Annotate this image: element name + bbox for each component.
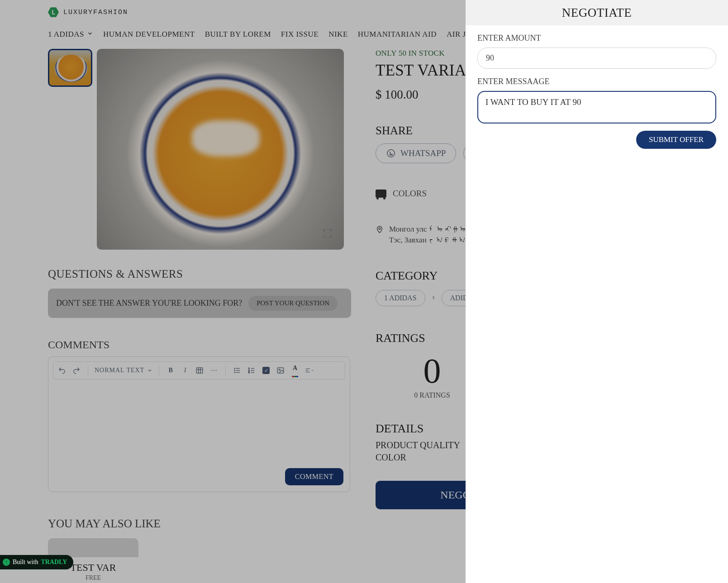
panel-title: NEGOTIATE <box>466 0 728 25</box>
built-with-badge[interactable]: T Built with TRADLY <box>0 555 73 569</box>
submit-offer-button[interactable]: SUBMIT OFFER <box>636 131 716 149</box>
message-label: ENTER MESSAAGE <box>477 77 716 86</box>
negotiate-panel: NEGOTIATE ENTER AMOUNT ENTER MESSAAGE SU… <box>466 0 728 583</box>
message-input[interactable] <box>477 91 716 123</box>
amount-input[interactable] <box>477 47 716 69</box>
amount-label: ENTER AMOUNT <box>477 33 716 43</box>
tradly-logo-icon: T <box>3 559 10 566</box>
built-with-prefix: Built with <box>13 559 38 566</box>
built-with-brand: TRADLY <box>41 559 67 566</box>
